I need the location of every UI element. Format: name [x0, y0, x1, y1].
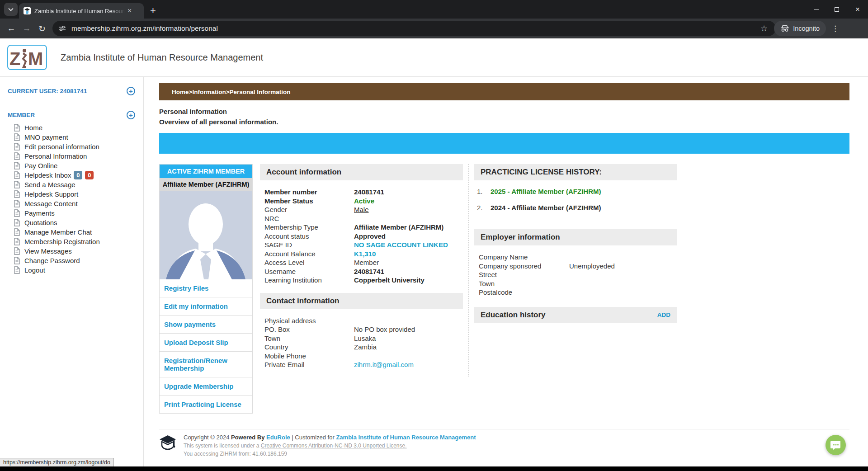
window-minimize-button[interactable] [806, 0, 826, 19]
info-label: Postalcode [479, 288, 569, 297]
sidebar-item-mno-payment[interactable]: MNO payment [0, 132, 143, 142]
chat-button[interactable] [826, 435, 846, 455]
reload-button[interactable]: ↻ [34, 21, 50, 36]
svg-text:Z: Z [9, 49, 20, 68]
info-value: 24081741 [354, 267, 384, 276]
sidebar-item-home[interactable]: Home [0, 123, 143, 132]
action-link-print-practicing-license[interactable]: Print Practicing License [160, 396, 252, 414]
info-row: Street [479, 270, 677, 279]
info-label: NRC [264, 214, 354, 223]
sidebar-item-change-password[interactable]: Change Password [0, 256, 143, 265]
browser-tab[interactable]: Zambia Institute of Human Resource Manag… [19, 3, 144, 19]
info-row: PO. BoxNo PO box provided [264, 325, 463, 334]
member-card-actions: Registry FilesEdit my informationShow pa… [160, 279, 252, 414]
sidebar-item-personal-information[interactable]: Personal Information [0, 151, 143, 161]
sidebar-item-pay-online[interactable]: Pay Online [0, 161, 143, 170]
sidebar-item-view-messages[interactable]: View Messages [0, 246, 143, 256]
license-history-item: 2.2024 - Affiliate Member (AFZIHRM) [477, 204, 677, 212]
tab-close-icon[interactable]: × [127, 7, 132, 14]
info-label: Company Name [479, 253, 569, 262]
info-row: Physical address [264, 316, 463, 325]
sidebar-item-helpdesk-support[interactable]: Helpdesk Support [0, 189, 143, 199]
document-icon [14, 228, 20, 236]
info-value: Lusaka [354, 334, 376, 343]
info-value: Approved [354, 232, 386, 241]
avatar [160, 191, 252, 279]
sidebar-item-label: Logout [24, 266, 45, 274]
new-tab-button[interactable]: + [150, 6, 156, 16]
action-link-edit-my-information[interactable]: Edit my information [160, 297, 252, 316]
info-label: Private Email [264, 360, 354, 369]
sidebar-item-label: Pay Online [24, 162, 57, 170]
document-icon [14, 124, 20, 132]
action-link-upload-deposit-slip[interactable]: Upload Deposit Slip [160, 334, 252, 352]
bookmark-star-icon[interactable]: ☆ [760, 24, 768, 33]
address-bar[interactable]: membership.zihrm.org.zm/information/pers… [52, 21, 776, 36]
action-link-registry-files[interactable]: Registry Files [160, 279, 252, 297]
site-header: Z M Zambia Institute of Human Resource M… [0, 38, 868, 77]
action-link-show-payments[interactable]: Show payments [160, 316, 252, 334]
current-user-expand-icon[interactable]: + [127, 87, 135, 95]
info-row: Company sponsoredUnemployeded [479, 262, 677, 271]
sidebar-item-edit-personal-information[interactable]: Edit personal information [0, 142, 143, 151]
info-row: SAGE IDNO SAGE ACCOUNT LINKED [264, 240, 463, 250]
sidebar-item-send-a-message[interactable]: Send a Message [0, 180, 143, 189]
browser-toolbar: ← → ↻ membership.zihrm.org.zm/informatio… [0, 19, 868, 38]
info-label: Town [264, 334, 354, 343]
info-label: Member Status [264, 197, 354, 206]
sidebar-item-quotations[interactable]: Quotations [0, 218, 143, 227]
sidebar-item-message-content[interactable]: Message Content [0, 199, 143, 208]
sidebar-item-label: MNO payment [24, 133, 68, 141]
tab-strip: Zambia Institute of Human Resource Manag… [0, 0, 868, 19]
zihrm-logo: Z M [7, 45, 47, 70]
license-link[interactable]: Creative Commons Attribution-NC-ND 3.0 U… [261, 443, 407, 449]
sidebar-item-label: Edit personal information [24, 143, 99, 151]
browser-menu-icon[interactable]: ⋮ [831, 24, 839, 33]
contact-info-rows: Physical addressPO. BoxNo PO box provide… [260, 309, 463, 369]
edurole-logo-icon [159, 434, 177, 458]
inbox-badge: 0 [74, 171, 82, 179]
membership-type-label: Affiliate Member (AFZIHRM) [160, 178, 252, 191]
member-section-expand-icon[interactable]: + [127, 111, 135, 119]
sidebar-item-manage-member-chat[interactable]: Manage Member Chat [0, 227, 143, 237]
info-row: NRC [264, 214, 463, 223]
info-value[interactable]: zihrm.it@gmail.com [354, 360, 414, 369]
info-value: Affiliate Member (AFZIHRM) [354, 223, 443, 232]
info-value[interactable]: Male [354, 205, 369, 214]
info-row: Access LevelMember [264, 258, 463, 267]
info-row: Membership TypeAffiliate Member (AFZIHRM… [264, 223, 463, 232]
action-link-upgrade-membership[interactable]: Upgrade Membership [160, 377, 252, 396]
sidebar-item-logout[interactable]: Logout [0, 265, 143, 275]
powered-by-text: Powered By [231, 434, 266, 441]
sidebar-item-helpdesk-inbox[interactable]: Helpdesk Inbox00 [0, 170, 143, 180]
breadcrumb: Home>Information>Personal Information [159, 83, 849, 100]
sidebar-item-membership-registration[interactable]: Membership Registration [0, 237, 143, 246]
info-label: Street [479, 270, 569, 279]
employer-info-header: Employer information [474, 229, 677, 245]
window-maximize-button[interactable] [826, 0, 847, 19]
footer-separator: | [290, 434, 295, 441]
page: Z M Zambia Institute of Human Resource M… [0, 38, 868, 471]
education-add-button[interactable]: ADD [657, 311, 670, 318]
sidebar-item-payments[interactable]: Payments [0, 208, 143, 218]
breadcrumb-separator: > [189, 89, 193, 95]
edurole-link[interactable]: EduRole [266, 434, 290, 441]
license-item-number: 1. [477, 188, 491, 195]
info-label: Learning Institution [264, 276, 354, 285]
info-label: Gender [264, 205, 354, 214]
document-icon [14, 181, 20, 188]
breadcrumb-part[interactable]: Home [172, 89, 189, 95]
forward-button[interactable]: → [19, 21, 34, 36]
info-row: Private Emailzihrm.it@gmail.com [264, 360, 463, 369]
bottom-edge [0, 466, 868, 471]
footer-line1: Copyright © 2024 Powered By EduRole | Cu… [184, 434, 476, 441]
sidebar-item-label: Helpdesk Inbox [24, 171, 71, 179]
document-icon [14, 162, 20, 170]
window-close-button[interactable]: × [847, 0, 868, 19]
chevron-down-icon [8, 8, 14, 11]
org-link[interactable]: Zambia Institute of Human Resource Manag… [336, 434, 476, 441]
breadcrumb-part[interactable]: Information [192, 89, 226, 95]
tab-search-button[interactable] [4, 3, 18, 16]
action-link-registration-renew-membership[interactable]: Registration/Renew Membership [160, 352, 252, 377]
back-button[interactable]: ← [4, 21, 19, 36]
